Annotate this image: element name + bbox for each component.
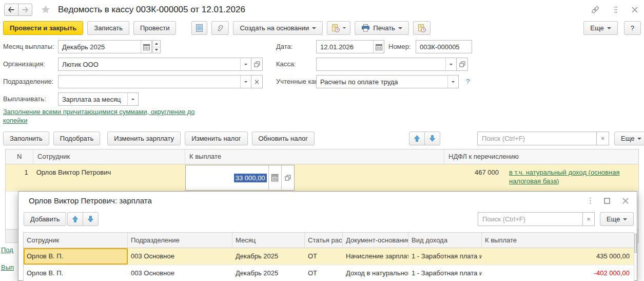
fill-amounts-link[interactable]: Заполнение всеми причитающимися суммами,…: [3, 107, 207, 125]
expense-item-cell[interactable]: ОТ: [305, 265, 343, 281]
column-header-department[interactable]: Подразделение: [128, 233, 232, 248]
pick-button[interactable]: Подобрать: [53, 132, 100, 145]
favorite-star-icon[interactable]: [41, 5, 51, 14]
search-input[interactable]: [477, 132, 597, 145]
create-based-on-button[interactable]: Создать на основании: [233, 21, 323, 35]
clear-search-button[interactable]: ×: [597, 132, 609, 145]
month-cell[interactable]: Декабрь 2025: [232, 248, 305, 265]
employee-cell[interactable]: Орлов В. П.: [24, 265, 128, 281]
base-document-cell[interactable]: Начисление зарплаты ...: [343, 248, 408, 265]
column-header-n[interactable]: N: [6, 149, 33, 164]
move-up-button[interactable]: [67, 212, 83, 226]
table-more-button[interactable]: Еще: [614, 132, 644, 145]
move-down-button[interactable]: [83, 212, 99, 226]
update-tax-button[interactable]: Обновить налог: [252, 132, 315, 145]
amount-cell[interactable]: -402 000,00: [482, 265, 634, 281]
close-icon[interactable]: [622, 198, 629, 204]
organization-field[interactable]: Лютик ООО: [58, 58, 251, 71]
back-button[interactable]: [4, 4, 18, 16]
department-cell[interactable]: 003 Основное: [128, 265, 232, 281]
fill-button[interactable]: Заполнить: [3, 132, 49, 145]
table-row[interactable]: Орлов В. П. 003 Основное Декабрь 2025 ОТ…: [24, 248, 634, 265]
income-type-cell[interactable]: 1 - Заработная плата и ин...: [408, 248, 482, 265]
accounted-as-field[interactable]: Расчеты по оплате труда: [316, 75, 459, 88]
change-tax-button[interactable]: Изменить налог: [185, 132, 247, 145]
base-document-cell[interactable]: Доход в натуральной ...: [343, 265, 408, 281]
to-pay-cell[interactable]: 33 000,00: [184, 164, 441, 191]
move-down-button[interactable]: [424, 132, 440, 145]
change-salary-button[interactable]: Изменить зарплату: [107, 132, 181, 145]
column-header-expense-item[interactable]: Статья расх...: [305, 233, 343, 248]
chevron-down-icon[interactable]: [240, 58, 251, 70]
move-up-button[interactable]: [409, 132, 425, 145]
more-dots-icon[interactable]: [614, 6, 617, 13]
search-input[interactable]: [478, 212, 583, 226]
expense-item-cell[interactable]: ОТ: [305, 248, 343, 265]
write-button[interactable]: Записать: [87, 21, 129, 35]
column-header-to-pay[interactable]: К выплате: [482, 233, 634, 248]
chevron-down-icon[interactable]: [127, 93, 138, 105]
spin-down-icon[interactable]: [153, 47, 160, 53]
link-icon[interactable]: [591, 5, 600, 14]
column-header-base-document[interactable]: Документ-основание: [343, 233, 408, 248]
forward-button[interactable]: [18, 4, 32, 16]
organization-open-button[interactable]: [251, 58, 263, 71]
spin-up-icon[interactable]: [153, 41, 160, 47]
cashbox-field[interactable]: [316, 58, 457, 71]
column-header-month[interactable]: Месяц: [232, 233, 305, 248]
natural-income-link[interactable]: в т.ч. натуральный доход (основная налог…: [509, 168, 638, 191]
scrollbar[interactable]: [634, 232, 637, 280]
amount-cell[interactable]: 435 000,00: [482, 248, 634, 265]
clear-search-button[interactable]: ×: [583, 212, 595, 226]
maximize-icon[interactable]: [604, 198, 610, 204]
open-button[interactable]: [281, 165, 294, 190]
to-pay-edit-area[interactable]: 33 000,00: [186, 165, 268, 190]
calculator-button[interactable]: [268, 165, 281, 190]
more-button[interactable]: Еще: [583, 21, 617, 35]
number-field[interactable]: 00ЗК-000005: [416, 40, 472, 53]
income-type-cell[interactable]: 1 - Заработная плата и ин...: [408, 265, 482, 281]
table-row[interactable]: Орлов В. П. 003 Основное Декабрь 2025 ОТ…: [24, 265, 634, 281]
column-header-income-type[interactable]: Вид дохода: [408, 233, 482, 248]
post-button[interactable]: Провести: [133, 21, 177, 35]
table-row[interactable]: 1 Орлов Виктор Петрович 33 000,00 467 00…: [6, 164, 638, 192]
calendar-icon[interactable]: [373, 41, 384, 53]
accounted-help-link[interactable]: ?: [466, 75, 470, 88]
more-dots-icon[interactable]: [589, 197, 592, 204]
dialog-more-button[interactable]: Еще: [600, 212, 634, 226]
chevron-down-icon[interactable]: [447, 76, 458, 88]
employee-cell[interactable]: Орлов В. П.: [24, 248, 128, 265]
column-header-employee[interactable]: Сотрудник: [33, 149, 185, 164]
post-and-close-button[interactable]: Провести и закрыть: [3, 21, 83, 35]
employee-cell[interactable]: Орлов Виктор Петрович: [33, 164, 184, 191]
department-cell[interactable]: 003 Основное: [128, 248, 232, 265]
column-header-ndfl[interactable]: НДФЛ к перечислению: [444, 149, 638, 164]
chevron-down-icon[interactable]: [240, 76, 251, 88]
department-field[interactable]: [58, 75, 251, 88]
date-field[interactable]: 12.01.2026: [316, 40, 384, 53]
pay-field[interactable]: Зарплата за месяц: [58, 92, 139, 106]
scheduled-doc-button[interactable]: [413, 21, 431, 35]
payment-link[interactable]: Вып: [1, 264, 14, 271]
cashbox-open-button[interactable]: [456, 58, 468, 71]
signatures-link[interactable]: Под: [1, 246, 13, 254]
month-field[interactable]: Декабрь 2025: [58, 40, 152, 53]
column-header-to-pay[interactable]: К выплате: [185, 149, 444, 164]
chevron-down-icon[interactable]: [445, 58, 456, 70]
department-clear-button[interactable]: [251, 75, 263, 88]
close-icon[interactable]: [632, 7, 638, 13]
column-header-employee[interactable]: Сотрудник: [24, 233, 128, 248]
month-spinner[interactable]: [152, 40, 161, 53]
calendar-icon[interactable]: [141, 41, 151, 53]
add-button[interactable]: Добавить: [24, 212, 66, 226]
month-cell[interactable]: Декабрь 2025: [232, 265, 305, 281]
attachments-button[interactable]: [211, 21, 229, 35]
print-button[interactable]: Печать: [355, 21, 409, 35]
posting-register-button[interactable]: [191, 21, 207, 35]
scheduled-doc-menu-button[interactable]: [327, 21, 350, 35]
to-pay-editor[interactable]: 33 000,00: [185, 165, 295, 191]
scrollbar-thumb[interactable]: [634, 234, 637, 253]
help-button[interactable]: ?: [624, 21, 641, 35]
ndfl-cell[interactable]: 467 000 в т.ч. натуральный доход (основн…: [441, 164, 638, 191]
to-pay-value[interactable]: 33 000,00: [234, 174, 267, 182]
